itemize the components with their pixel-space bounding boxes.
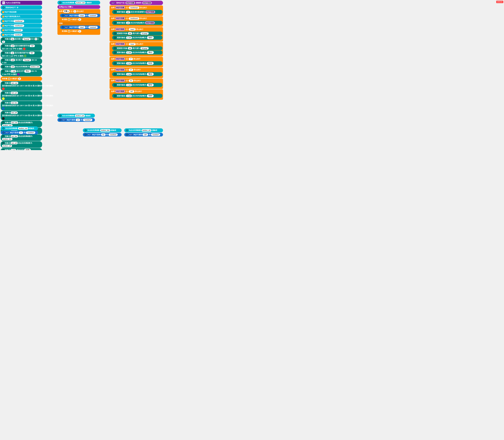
- obj-tled-block: − 对象名 t_led 显示文字 "关闭" 在X 170 Y 248 字号 16…: [1, 148, 42, 150]
- wifi-icon4: 📶: [2, 25, 4, 27]
- obj-wd-block: − 对象名 wd 显示仿数码管字体 "10" 在X 145 Y 90 字号 16…: [1, 44, 42, 51]
- wifi-icon3: 📶: [2, 20, 4, 22]
- color-purple: [17, 73, 20, 76]
- led-blu-block: − 对象名 led_blu 显示圆角填充矩形 在X 130 Y 220 宽 40…: [1, 101, 42, 111]
- collapse-btn10[interactable]: −: [2, 102, 4, 104]
- led-off-block: − 对象名 led_off 显示圆角填充矩形 在X 177 Y 220 宽 40…: [1, 111, 42, 121]
- collapse-btn[interactable]: −: [2, 6, 5, 9]
- wifi-icon5: 📶: [2, 29, 4, 31]
- led-blu-color: [2, 107, 5, 110]
- sub2-topic: "siot/humi": [13, 24, 24, 27]
- mqtt-publish-start[interactable]: −: [62, 26, 64, 28]
- collapse-btn11[interactable]: −: [2, 111, 4, 114]
- sub2-label: MQTT订阅: [4, 24, 13, 27]
- collapse-btn8[interactable]: −: [2, 82, 4, 84]
- mqtt-publish-stop[interactable]: −: [62, 14, 64, 17]
- led-off-color: [2, 117, 5, 120]
- obj-mtl-cb-block: − 对象名 mtl 的点击回调函数为 button_mtl: [1, 65, 42, 69]
- obj-tmtl-block: − 对象名 t_mtl 显示文字 "停止" 在X 70 Y 248 字号 16 …: [1, 69, 42, 76]
- sub1-label: MQTT订阅: [4, 20, 13, 22]
- wifi-icon6: 📶: [2, 34, 4, 36]
- keep-connect-block: 📶 MQTT保持连接,永久: [1, 14, 42, 19]
- sub-mtl-block: 📶 MQTT订阅 "siot/mtl": [1, 28, 42, 32]
- obj-sd-block: − 对象名 sd 显示仿数码管字体 "90" 在X 145 Y 125 字号 1…: [1, 51, 42, 58]
- collapse-btn2[interactable]: −: [2, 38, 4, 40]
- color-green: [24, 55, 27, 57]
- led-yel-color: [2, 97, 5, 100]
- btn-off-group: − 当点击回调函数 button_off 被触发 − MQTT MQTT发布 "…: [124, 128, 163, 137]
- led-red-block: − 对象名 led_red 显示圆角填充矩形 在X 130 Y 180 宽 40…: [1, 81, 42, 91]
- connect-label: MQTT发起连接: [4, 11, 16, 13]
- collapse-btn7[interactable]: −: [2, 70, 4, 72]
- init-label: 初始化MQTT: [6, 6, 16, 9]
- connect-block: 📶 MQTT发起连接: [1, 10, 42, 14]
- btn-mtl-group: − 当点击回调函数 button_mtl 被触发 全局global 变量 a 如…: [57, 1, 100, 35]
- led-red-color: [2, 87, 5, 90]
- led-yel-block: − 对象名 led_yel 显示圆角填充矩形 在X 177 Y 180 宽 40…: [1, 91, 42, 101]
- python-icon: Py: [2, 1, 5, 4]
- obj-mtl-block: − 对象名 mtl 显示图片 "t2.png" 在X 42 Y 190: [1, 58, 42, 64]
- sub1-topic: "siot/temp": [13, 20, 24, 22]
- mqtt-receive-group: MQTT 当MQTT从 MQTT主题 接收到 MQTT信息 如果 MQTT主题 …: [110, 1, 163, 100]
- sub3-label: MQTT订阅: [4, 29, 13, 31]
- collapse-btn15[interactable]: −: [2, 142, 4, 144]
- sub-led-block: 📶 MQTT订阅 "siot/led": [1, 33, 42, 37]
- watermark-badge: 创客社区: [496, 1, 503, 3]
- python-start-label: Python主程序开始: [6, 2, 20, 4]
- sub3-topic: "siot/mtl": [13, 29, 23, 31]
- collapse-btn9[interactable]: −: [2, 92, 4, 94]
- collapse-btn14[interactable]: −: [2, 135, 4, 138]
- sub4-topic: "siot/led": [13, 34, 23, 36]
- collapse-btn5[interactable]: −: [2, 59, 4, 61]
- keep-connect-label: MQTT保持连接,永久: [4, 15, 20, 18]
- collapse-btn12[interactable]: −: [2, 122, 4, 124]
- wifi-icon2: 📶: [2, 15, 4, 18]
- btn-blu-group: − 当点击回调函数 button_blu 被触发 − MQTT MQTT发布 "…: [83, 128, 122, 137]
- collapse-btn4[interactable]: −: [2, 52, 4, 54]
- collapse-btn6[interactable]: −: [2, 66, 4, 68]
- collapse-btn3[interactable]: −: [2, 45, 4, 47]
- btn-red-group: − 当点击回调函数 button_red 被触发 − MQTT MQTT发布 "…: [1, 126, 38, 135]
- color-red: [23, 47, 26, 50]
- collapse-btn-mtl[interactable]: −: [59, 1, 62, 4]
- sub-humi-block: 📶 MQTT订阅 "siot/humi": [1, 24, 42, 28]
- btn-yel-group: − 当点击回调函数 button_yel 被触发 − MQTT MQTT发布 "…: [57, 114, 95, 122]
- gear-icon: ⚙: [17, 6, 18, 9]
- obj-bg-block: − 对象名 bg 显示图片 "bj.png" 在X 0 Y 0: [1, 37, 42, 44]
- sub4-label: MQTT订阅: [4, 34, 13, 36]
- assign-a2-block: 将变量 a ▾ 赋值为 2: [1, 77, 42, 81]
- led-blu-cb-block: − 对象名 led_blu 的点击回调函数为 button_blu: [1, 134, 42, 141]
- init-mqtt-block: − 初始化MQTT ⚙: [1, 5, 42, 10]
- led-off-cb-block: − 对象名 led_off 的点击回调函数为 button_off: [1, 141, 42, 148]
- python-start-block: Py Python主程序开始: [1, 1, 42, 5]
- collapse-btn16[interactable]: −: [2, 149, 4, 150]
- sub-temp-block: 📶 MQTT订阅 "siot/temp": [1, 19, 42, 23]
- wifi-icon: 📶: [2, 11, 4, 13]
